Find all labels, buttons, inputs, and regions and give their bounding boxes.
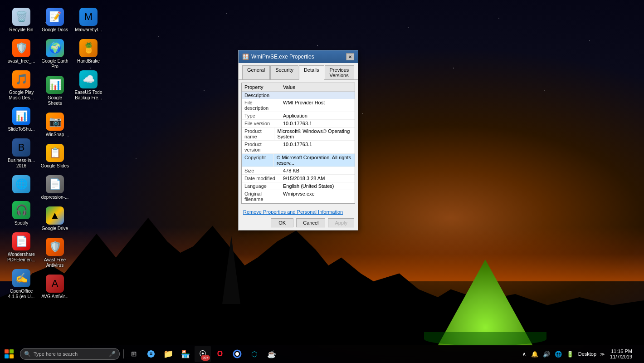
- chrome-icon: [233, 349, 242, 358]
- dialog-icon: 🪟: [242, 54, 249, 60]
- win-logo-yellow: [10, 354, 14, 358]
- google-drive-label: Google Drive: [42, 226, 68, 231]
- desktop-icon-malwarebytes[interactable]: MMalwarebyt...: [73, 5, 104, 35]
- desktop-icon-winsnap[interactable]: 📷WinSnap: [39, 110, 71, 140]
- desktop-icon-spotify[interactable]: 🎧Spotify: [5, 199, 37, 228]
- avg-label: AVG AntiVir...: [41, 294, 68, 299]
- tab-details[interactable]: Details: [299, 65, 324, 80]
- notification-badge: 99+: [201, 355, 210, 361]
- malwarebytes-icon: M: [79, 8, 98, 26]
- winsnap-icon: 📷: [46, 113, 64, 131]
- win-logo-blue: [5, 354, 9, 358]
- ok-button[interactable]: OK: [271, 218, 293, 227]
- desktop-icon-recycle-bin[interactable]: 🗑️Recycle Bin: [5, 5, 37, 35]
- table-row[interactable]: TypeApplication: [242, 112, 355, 120]
- taskbar-clock[interactable]: 11:16 PM 11/7/2019: [606, 348, 636, 360]
- table-row[interactable]: File version10.0.17763.1: [242, 120, 355, 128]
- table-row[interactable]: LanguageEnglish (United States): [242, 182, 355, 190]
- desktop-icon-google-sheets[interactable]: 📊Google Sheets: [39, 74, 71, 108]
- taskbar-chrome[interactable]: [229, 346, 245, 362]
- taskbar-task-view[interactable]: ⊞: [126, 346, 142, 362]
- table-row[interactable]: Size478 KB: [242, 167, 355, 175]
- win-logo-green: [10, 349, 14, 353]
- openoffice-label: OpenOffice 4.1.6 (en-U...: [7, 289, 36, 299]
- taskbar-store[interactable]: 🏪: [177, 346, 194, 362]
- depression-label: depression-...: [41, 195, 69, 200]
- tray-notifications-icon[interactable]: 🔔: [529, 350, 540, 358]
- tray-volume-icon[interactable]: 🔊: [541, 350, 552, 358]
- tray-expand-arrow[interactable]: ≫: [599, 351, 605, 358]
- avast-free-label: Avast Free Antivirus: [40, 257, 69, 268]
- desktop-icon-google-earth[interactable]: 🌍Google Earth Pro: [39, 37, 71, 72]
- desktop-icon-depression[interactable]: 📄depression-...: [39, 173, 71, 202]
- dialog-title-area: 🪟 WmiPrvSE.exe Properties: [242, 54, 314, 60]
- google-slides-icon: 📋: [46, 144, 64, 162]
- taskbar-app7[interactable]: ⬡: [246, 346, 263, 362]
- taskbar-app8[interactable]: ☕: [263, 346, 280, 362]
- desktop-icon-avg[interactable]: AAVG AntiVir...: [39, 272, 71, 302]
- table-row[interactable]: File descriptionWMI Provider Host: [242, 99, 355, 112]
- desktop-icon-wondershare[interactable]: 📄Wondershare PDFElemen...: [5, 230, 37, 265]
- desktop-icon-handbrake[interactable]: 🍍HandBrake: [73, 37, 104, 66]
- desktop-icon-easeus[interactable]: ☁️EaseUS Todo Backup Fre...: [73, 68, 104, 103]
- desktop-icon-openoffice[interactable]: ✍️OpenOffice 4.1.6 (en-U...: [5, 267, 37, 302]
- desktop-icon-google-slides[interactable]: 📋Google Slides: [39, 142, 71, 171]
- winsnap-label: WinSnap: [46, 132, 64, 137]
- property-cell: Size: [242, 167, 280, 174]
- table-row[interactable]: Product version10.0.17763.1: [242, 141, 355, 154]
- column-property: Property: [242, 83, 280, 91]
- dialog-table: Property Value Description File descript…: [241, 83, 355, 204]
- remove-properties-link[interactable]: Remove Properties and Personal Informati…: [242, 209, 354, 215]
- tab-general[interactable]: General: [242, 65, 270, 79]
- wondershare-icon: 📄: [12, 232, 30, 250]
- desktop-icon-google-drive[interactable]: ▲Google Drive: [39, 204, 71, 234]
- taskbar-app-badge[interactable]: ⦿ 99+: [195, 346, 211, 362]
- property-cell: File version: [242, 120, 280, 127]
- apply-button[interactable]: Apply: [328, 218, 354, 227]
- value-cell: 9/15/2018 3:28 AM: [280, 175, 327, 182]
- easeus-icon: ☁️: [79, 70, 98, 88]
- wondershare-label: Wondershare PDFElemen...: [7, 252, 36, 263]
- tray-battery-icon[interactable]: 🔋: [565, 350, 576, 358]
- taskbar-file-explorer[interactable]: 📁: [160, 346, 176, 362]
- desktop-icon-slidetoshow[interactable]: 📊SlideToShu...: [5, 105, 37, 134]
- desktop-icon-area: 🗑️Recycle Bin🛡️avast_free_...🎵Google Pla…: [0, 0, 82, 336]
- desktop-icon-ie[interactable]: 🌐: [5, 173, 37, 197]
- table-row[interactable]: Date modified9/15/2018 3:28 AM: [242, 175, 355, 182]
- column-value: Value: [280, 83, 355, 91]
- tab-previous-versions[interactable]: Previous Versions: [325, 65, 354, 79]
- property-cell: File description: [242, 99, 280, 112]
- tray-expand-icon[interactable]: ∧: [520, 350, 528, 358]
- google-docs-label: Google Docs: [42, 27, 68, 33]
- openoffice-icon: ✍️: [12, 269, 30, 287]
- desktop-icon-avast-free[interactable]: 🛡️Avast Free Antivirus: [39, 235, 71, 270]
- desktop-icon-business[interactable]: BBusiness-in... 2016: [5, 136, 37, 171]
- show-desktop-button[interactable]: [637, 345, 641, 363]
- cancel-button[interactable]: Cancel: [296, 218, 325, 227]
- google-earth-label: Google Earth Pro: [40, 59, 69, 69]
- dialog-titlebar[interactable]: 🪟 WmiPrvSE.exe Properties ✕: [239, 50, 358, 63]
- taskbar-edge[interactable]: [143, 346, 159, 362]
- desktop-icon-google-play-music[interactable]: 🎵Google Play Music Des...: [5, 68, 37, 103]
- tray-network-icon[interactable]: 🌐: [553, 350, 564, 358]
- malwarebytes-label: Malwarebyt...: [75, 27, 102, 33]
- table-row[interactable]: Original filenameWmiprvse.exe: [242, 190, 355, 203]
- desktop-icon-avast[interactable]: 🛡️avast_free_...: [5, 37, 37, 66]
- recycle-bin-icon: 🗑️: [12, 8, 30, 26]
- google-sheets-icon: 📊: [46, 76, 64, 94]
- table-section-description: Description: [242, 92, 355, 99]
- property-cell: Original filename: [242, 190, 280, 203]
- desktop-icon-google-docs[interactable]: 📝Google Docs: [39, 5, 71, 35]
- table-row[interactable]: Copyright© Microsoft Corporation. All ri…: [242, 154, 355, 167]
- google-drive-icon: ▲: [46, 206, 64, 225]
- tray-desktop-label[interactable]: Desktop: [576, 350, 598, 358]
- taskbar-opera[interactable]: O: [212, 346, 228, 362]
- table-row[interactable]: Product nameMicrosoft® Windows® Operatin…: [242, 128, 355, 141]
- handbrake-icon: 🍍: [79, 39, 98, 57]
- taskbar-search[interactable]: 🔍 Type here to search 🎤: [20, 348, 120, 360]
- tab-security[interactable]: Security: [270, 65, 298, 79]
- dialog-close-btn[interactable]: ✕: [346, 53, 354, 60]
- recycle-bin-label: Recycle Bin: [10, 27, 34, 33]
- start-button[interactable]: [0, 345, 18, 363]
- google-sheets-label: Google Sheets: [40, 95, 69, 106]
